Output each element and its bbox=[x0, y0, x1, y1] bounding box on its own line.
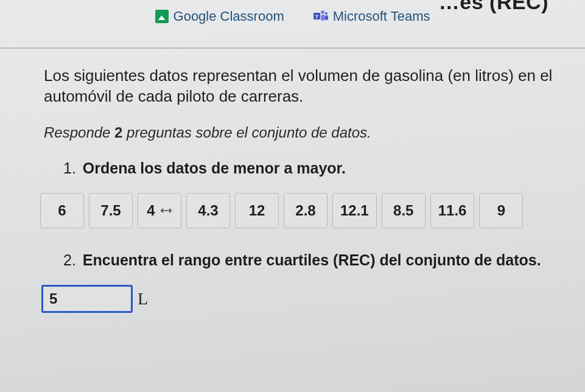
tile-value: 6 bbox=[58, 202, 66, 219]
tile-value: 8.5 bbox=[393, 202, 413, 219]
question-1-number: 1. bbox=[63, 159, 76, 177]
answer-row: L bbox=[41, 285, 561, 313]
divider bbox=[0, 47, 585, 49]
question-2-heading: 2. Encuentra el rango entre cuartiles (R… bbox=[63, 251, 561, 269]
tile-value: 2.8 bbox=[295, 202, 315, 219]
data-tile[interactable]: 4 bbox=[138, 193, 181, 228]
question-1-text: Ordena los datos de menor a mayor. bbox=[83, 159, 346, 177]
data-tile[interactable]: 12.1 bbox=[332, 193, 377, 228]
instruction-count: 2 bbox=[114, 124, 122, 141]
svg-point-2 bbox=[321, 10, 324, 14]
tile-value: 11.6 bbox=[438, 202, 467, 219]
data-tile[interactable]: 6 bbox=[40, 193, 84, 228]
microsoft-teams-icon: T bbox=[314, 10, 328, 23]
data-tile[interactable]: 2.8 bbox=[284, 193, 328, 228]
svg-rect-3 bbox=[321, 15, 325, 21]
svg-rect-5 bbox=[325, 15, 328, 20]
data-tile[interactable]: 8.5 bbox=[382, 193, 426, 228]
microsoft-teams-link[interactable]: T Microsoft Teams bbox=[314, 9, 430, 24]
rec-answer-input[interactable] bbox=[41, 285, 133, 313]
question-2-text: Encuentra el rango entre cuartiles (REC)… bbox=[83, 251, 541, 268]
tile-value: 9 bbox=[497, 202, 505, 219]
tile-value: 4 bbox=[147, 202, 155, 219]
data-tile[interactable]: 12 bbox=[235, 193, 279, 228]
instruction-suffix: preguntas sobre el conjunto de datos. bbox=[122, 124, 371, 141]
google-classroom-label: Google Classroom bbox=[173, 9, 284, 24]
instruction-prefix: Responde bbox=[44, 124, 114, 141]
google-classroom-icon bbox=[155, 10, 169, 23]
instruction: Responde 2 preguntas sobre el conjunto d… bbox=[44, 124, 561, 141]
problem-intro: Los siguientes datos representan el volu… bbox=[44, 66, 561, 107]
share-row: Google Classroom T Microsoft Teams bbox=[0, 9, 585, 24]
tile-value: 12 bbox=[249, 202, 265, 219]
svg-point-4 bbox=[325, 12, 328, 15]
svg-text:T: T bbox=[315, 14, 318, 19]
microsoft-teams-label: Microsoft Teams bbox=[333, 9, 430, 24]
tile-value: 12.1 bbox=[340, 202, 369, 219]
data-tile[interactable]: 11.6 bbox=[430, 193, 475, 228]
drag-handle-icon bbox=[160, 207, 172, 214]
unit-label: L bbox=[138, 289, 148, 309]
sortable-tiles[interactable]: 67.544.3122.812.18.511.69 bbox=[40, 193, 561, 228]
data-tile[interactable]: 4.3 bbox=[186, 193, 230, 228]
question-1-heading: 1. Ordena los datos de menor a mayor. bbox=[63, 159, 561, 177]
question-2-number: 2. bbox=[63, 251, 76, 268]
tile-value: 4.3 bbox=[198, 202, 218, 219]
tile-value: 7.5 bbox=[100, 202, 121, 219]
google-classroom-link[interactable]: Google Classroom bbox=[155, 9, 284, 24]
data-tile[interactable]: 9 bbox=[479, 193, 523, 228]
data-tile[interactable]: 7.5 bbox=[89, 193, 133, 228]
